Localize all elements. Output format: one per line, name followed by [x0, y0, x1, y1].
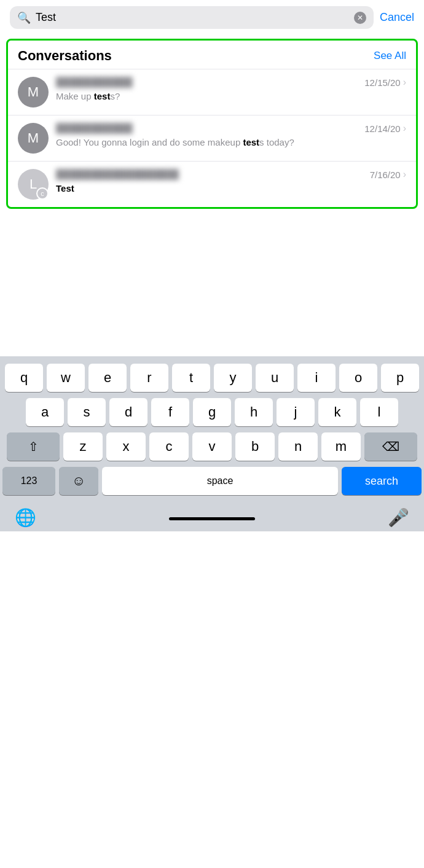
avatar: M	[18, 123, 49, 154]
key-o[interactable]: o	[339, 364, 377, 392]
home-bar	[169, 517, 255, 520]
chevron-right-icon: ›	[403, 123, 406, 134]
conversations-section: Conversations See All M ███████████ 12/1…	[6, 39, 418, 209]
keyboard-row-1: q w e r t y u i o p	[2, 364, 422, 392]
cancel-button[interactable]: Cancel	[380, 11, 414, 24]
key-j[interactable]: j	[277, 398, 315, 426]
conversation-meta: 12/15/20 ›	[364, 77, 406, 88]
key-b[interactable]: b	[235, 432, 275, 461]
key-q[interactable]: q	[5, 364, 43, 392]
conversation-name: ███████████	[56, 77, 133, 88]
key-t[interactable]: t	[172, 364, 210, 392]
clear-button[interactable]: ✕	[354, 12, 366, 24]
key-y[interactable]: y	[214, 364, 252, 392]
space-key[interactable]: space	[102, 467, 338, 495]
conversation-name: ███████████	[56, 123, 133, 134]
conversation-top-row: ████████████████████ 7/16/20 ›	[56, 169, 406, 180]
avatar-group-badge: c	[36, 187, 49, 200]
conversation-top-row: ███████████ 12/15/20 ›	[56, 77, 406, 88]
key-a[interactable]: a	[26, 398, 64, 426]
conversation-date: 7/16/20	[370, 170, 401, 180]
key-v[interactable]: v	[192, 432, 232, 461]
conversations-header: Conversations See All	[8, 41, 416, 69]
conversation-meta: 7/16/20 ›	[370, 169, 406, 180]
chevron-right-icon: ›	[403, 169, 406, 180]
key-f[interactable]: f	[151, 398, 189, 426]
key-c[interactable]: c	[149, 432, 189, 461]
see-all-button[interactable]: See All	[374, 50, 406, 62]
key-z[interactable]: z	[63, 432, 103, 461]
shift-key[interactable]: ⇧	[7, 432, 60, 461]
search-input[interactable]	[36, 11, 349, 24]
empty-area	[0, 215, 424, 356]
conversation-item[interactable]: M ███████████ 12/14/20 › Good! You gonna…	[8, 115, 416, 161]
numbers-key[interactable]: 123	[2, 467, 55, 495]
key-m[interactable]: m	[321, 432, 361, 461]
conversations-title: Conversations	[18, 48, 112, 64]
key-u[interactable]: u	[256, 364, 294, 392]
conversation-date: 12/14/20	[364, 123, 400, 134]
key-p[interactable]: p	[381, 364, 419, 392]
key-s[interactable]: s	[68, 398, 106, 426]
clear-icon: ✕	[357, 14, 363, 22]
conversation-preview: Make up tests?	[56, 90, 406, 103]
key-x[interactable]: x	[106, 432, 146, 461]
conversation-name: ████████████████████	[56, 169, 179, 180]
key-h[interactable]: h	[235, 398, 273, 426]
keyboard-row-2: a s d f g h j k l	[2, 398, 422, 426]
key-k[interactable]: k	[318, 398, 356, 426]
conversation-date: 12/15/20	[364, 77, 400, 88]
key-d[interactable]: d	[109, 398, 147, 426]
conversation-content: ███████████ 12/15/20 › Make up tests?	[56, 77, 406, 103]
key-g[interactable]: g	[193, 398, 231, 426]
chevron-right-icon: ›	[403, 77, 406, 88]
conversation-content: ████████████████████ 7/16/20 › Test	[56, 169, 406, 195]
search-bar: 🔍 ✕ Cancel	[0, 0, 424, 35]
key-w[interactable]: w	[47, 364, 85, 392]
keyboard: q w e r t y u i o p a s d f g h j k l ⇧ …	[0, 356, 424, 531]
delete-key[interactable]: ⌫	[364, 432, 417, 461]
search-input-wrap: 🔍 ✕	[10, 6, 374, 29]
conversation-preview: Good! You gonna login and do some makeup…	[56, 136, 406, 149]
conversation-item[interactable]: M ███████████ 12/15/20 › Make up tests?	[8, 69, 416, 115]
conversation-item[interactable]: L c ████████████████████ 7/16/20 › Test	[8, 161, 416, 207]
conversation-preview: Test	[56, 182, 406, 195]
key-r[interactable]: r	[130, 364, 168, 392]
conversation-content: ███████████ 12/14/20 › Good! You gonna l…	[56, 123, 406, 149]
conversation-top-row: ███████████ 12/14/20 ›	[56, 123, 406, 134]
key-e[interactable]: e	[88, 364, 127, 392]
search-icon: 🔍	[17, 12, 31, 23]
microphone-icon[interactable]: 🎤	[388, 507, 409, 528]
conversation-meta: 12/14/20 ›	[364, 123, 406, 134]
search-key[interactable]: search	[342, 467, 422, 495]
avatar: L c	[18, 169, 49, 200]
avatar: M	[18, 77, 49, 108]
keyboard-row-3: ⇧ z x c v b n m ⌫	[2, 432, 422, 461]
emoji-key[interactable]: ☺	[59, 467, 98, 495]
keyboard-row-4: 123 ☺ space search	[2, 467, 422, 495]
key-n[interactable]: n	[278, 432, 318, 461]
key-l[interactable]: l	[360, 398, 398, 426]
keyboard-bottom: 🌐 🎤	[2, 501, 422, 531]
key-i[interactable]: i	[297, 364, 336, 392]
globe-icon[interactable]: 🌐	[15, 507, 36, 528]
